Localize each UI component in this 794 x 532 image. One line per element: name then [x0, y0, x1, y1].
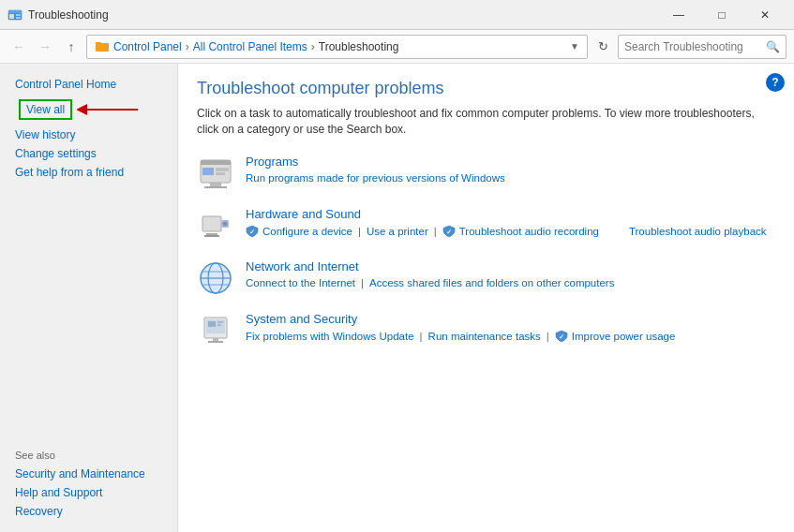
svg-rect-34 — [217, 321, 223, 323]
svg-rect-12 — [216, 168, 229, 171]
refresh-button[interactable]: ↻ — [592, 36, 614, 58]
svg-rect-20 — [204, 235, 219, 237]
address-bar: ← → ↑ Control Panel › All Control Panel … — [0, 30, 794, 64]
system-maintenance-link[interactable]: Run maintenance tasks — [428, 331, 541, 342]
system-icon — [197, 312, 234, 349]
minimize-button[interactable]: — — [657, 0, 700, 30]
sidebar-help-support[interactable]: Help and Support — [0, 483, 177, 502]
shield-icon-configure: ✓ — [246, 225, 259, 238]
svg-rect-11 — [202, 168, 214, 175]
sidebar-control-panel-home[interactable]: Control Panel Home — [0, 75, 177, 94]
system-update-link[interactable]: Fix problems with Windows Update — [246, 331, 414, 342]
svg-rect-6 — [96, 42, 101, 44]
programs-title[interactable]: Programs — [246, 155, 505, 169]
sidebar: Control Panel Home View all View history… — [0, 64, 178, 532]
sidebar-recovery[interactable]: Recovery — [0, 502, 177, 521]
hardware-title[interactable]: Hardware and Sound — [246, 207, 767, 221]
svg-rect-19 — [206, 233, 217, 235]
programs-links: Run programs made for previous versions … — [246, 172, 505, 184]
svg-rect-32 — [208, 341, 223, 343]
window-controls: — □ ✕ — [657, 0, 787, 30]
network-icon — [197, 259, 234, 297]
sidebar-change-settings[interactable]: Change settings — [0, 144, 177, 163]
svg-rect-16 — [202, 216, 221, 231]
see-also-label: See also — [0, 442, 177, 465]
category-programs: Programs Run programs made for previous … — [197, 155, 775, 192]
hardware-audio-play-link[interactable]: Troubleshoot audio playback — [629, 226, 767, 237]
hardware-icon — [197, 207, 234, 244]
category-network: Network and Internet Connect to the Inte… — [197, 259, 775, 297]
category-system: System and Security Fix problems with Wi… — [197, 312, 775, 349]
breadcrumb-control-panel[interactable]: Control Panel — [113, 40, 182, 53]
hardware-links: ✓ Configure a device | Use a printer | ✓… — [246, 225, 767, 238]
sidebar-view-history[interactable]: View history — [0, 126, 177, 144]
svg-text:✓: ✓ — [249, 228, 255, 234]
svg-rect-15 — [204, 186, 227, 188]
svg-rect-5 — [96, 43, 109, 52]
hardware-printer-link[interactable]: Use a printer — [367, 226, 428, 237]
svg-point-18 — [223, 221, 228, 226]
page-description: Click on a task to automatically trouble… — [197, 106, 775, 138]
content-area: ? Troubleshoot computer problems Click o… — [178, 64, 794, 532]
svg-text:✓: ✓ — [559, 332, 564, 339]
svg-rect-35 — [217, 324, 221, 326]
maximize-button[interactable]: □ — [700, 0, 743, 30]
sidebar-security-maintenance[interactable]: Security and Maintenance — [0, 465, 177, 483]
breadcrumb-all-items[interactable]: All Control Panel Items — [193, 40, 307, 53]
search-box: 🔍 — [618, 35, 787, 59]
network-title[interactable]: Network and Internet — [246, 259, 614, 273]
window-title: Troubleshooting — [28, 8, 657, 22]
network-shared-link[interactable]: Access shared files and folders on other… — [369, 277, 614, 288]
shield-icon-audio-rec: ✓ — [442, 225, 456, 238]
svg-rect-2 — [9, 14, 14, 19]
view-all-wrapper: View all — [0, 94, 177, 126]
svg-rect-4 — [16, 17, 21, 19]
red-arrow-annotation — [77, 98, 142, 121]
up-button[interactable]: ↑ — [60, 36, 82, 58]
hardware-configure-link[interactable]: Configure a device — [262, 226, 352, 237]
svg-rect-33 — [208, 321, 216, 327]
page-title: Troubleshoot computer problems — [197, 79, 775, 98]
svg-rect-13 — [216, 172, 225, 175]
sidebar-view-all[interactable]: View all — [19, 99, 72, 120]
main-layout: Control Panel Home View all View history… — [0, 64, 794, 532]
svg-rect-1 — [8, 10, 22, 13]
system-links: Fix problems with Windows Update | Run m… — [246, 330, 675, 343]
help-icon[interactable]: ? — [766, 73, 785, 92]
sidebar-get-help[interactable]: Get help from a friend — [0, 163, 177, 182]
system-title[interactable]: System and Security — [246, 312, 675, 326]
close-button[interactable]: ✕ — [743, 0, 787, 30]
breadcrumb-current: Troubleshooting — [319, 40, 399, 53]
title-bar: Troubleshooting — □ ✕ — [0, 0, 794, 30]
svg-rect-3 — [16, 14, 21, 16]
hardware-audio-rec-link[interactable]: Troubleshoot audio recording — [459, 226, 599, 237]
breadcrumb-dropdown-icon[interactable]: ▼ — [570, 41, 579, 52]
breadcrumb: Control Panel › All Control Panel Items … — [86, 35, 588, 59]
network-links: Connect to the Internet | Access shared … — [246, 277, 614, 288]
shield-icon-power: ✓ — [555, 330, 568, 343]
forward-button[interactable]: → — [34, 36, 56, 58]
system-power-link[interactable]: Improve power usage — [572, 331, 676, 342]
search-input[interactable] — [624, 40, 766, 53]
category-hardware: Hardware and Sound ✓ Configure a device … — [197, 207, 775, 244]
folder-icon — [95, 39, 110, 54]
svg-rect-10 — [201, 160, 231, 165]
svg-rect-14 — [210, 183, 221, 186]
search-icon[interactable]: 🔍 — [766, 40, 780, 53]
programs-link-0[interactable]: Run programs made for previous versions … — [246, 172, 505, 184]
svg-text:✓: ✓ — [446, 228, 452, 234]
window-icon — [7, 7, 22, 22]
programs-icon — [197, 155, 234, 192]
svg-rect-31 — [213, 338, 218, 341]
back-button[interactable]: ← — [7, 36, 30, 58]
network-connect-link[interactable]: Connect to the Internet — [246, 277, 355, 288]
